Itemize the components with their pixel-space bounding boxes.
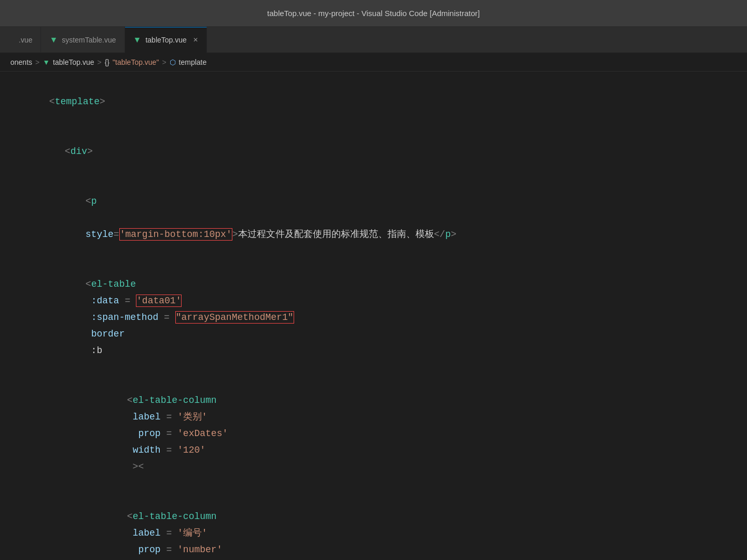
title-text: tableTop.vue - my-project - Visual Studi… [267,9,480,18]
breadcrumb-braces: {} [105,58,109,66]
breadcrumb: onents > ▼ tableTop.vue > {} "tableTop.v… [0,53,747,72]
tabletop-vue-icon: ▼ [133,35,142,45]
tab-tabletop[interactable]: ▼ tableTop.vue ✕ [125,27,207,53]
code-line-2: <div> [0,127,747,176]
punct-lt-2: < [65,146,71,157]
code-line-4: <el-table :data = 'data01' :span-method … [0,259,747,375]
code-line-1: <template> [0,77,747,127]
breadcrumb-template: template [179,58,207,66]
punct-gt-1: > [100,96,105,107]
code-line-6: <el-table-column label = '编号' prop = 'nu… [0,492,747,560]
punct-gt-2: > [87,146,93,157]
breadcrumb-onents: onents [10,58,32,66]
breadcrumb-sep-2: > [98,58,102,66]
systemtable-vue-icon: ▼ [49,35,58,45]
tag-div: div [71,146,87,157]
breadcrumb-sep-3: > [162,58,166,66]
breadcrumb-tabletopvue: tableTop.vue [53,58,94,66]
tab-tabletop-label: tableTop.vue [145,36,186,44]
punct-lt-1: < [49,96,55,107]
code-line-3: <p style='margin-bottom:10px'>本过程文件及配套使用… [0,176,747,259]
code-line-5: <el-table-column label = '类别' prop = 'ex… [0,375,747,492]
tab-close-icon[interactable]: ✕ [193,36,198,44]
tab-systemtable-label: systemTable.vue [62,36,116,44]
tab-systemtable[interactable]: ▼ systemTable.vue [41,27,125,53]
breadcrumb-sep-1: > [35,58,39,66]
breadcrumb-vue-icon: ▼ [43,58,50,66]
editor-area: <template> <div> <p style='margin-bottom… [0,72,747,560]
breadcrumb-box-icon: ⬡ [170,58,176,66]
breadcrumb-filename: "tableTop.vue" [113,58,159,66]
tab-bar: .vue ▼ systemTable.vue ▼ tableTop.vue ✕ [0,27,747,53]
tab-wvue[interactable]: .vue [10,27,41,53]
tag-template-1: template [55,96,100,107]
tab-wvue-label: .vue [19,36,32,44]
title-bar: tableTop.vue - my-project - Visual Studi… [0,0,747,27]
